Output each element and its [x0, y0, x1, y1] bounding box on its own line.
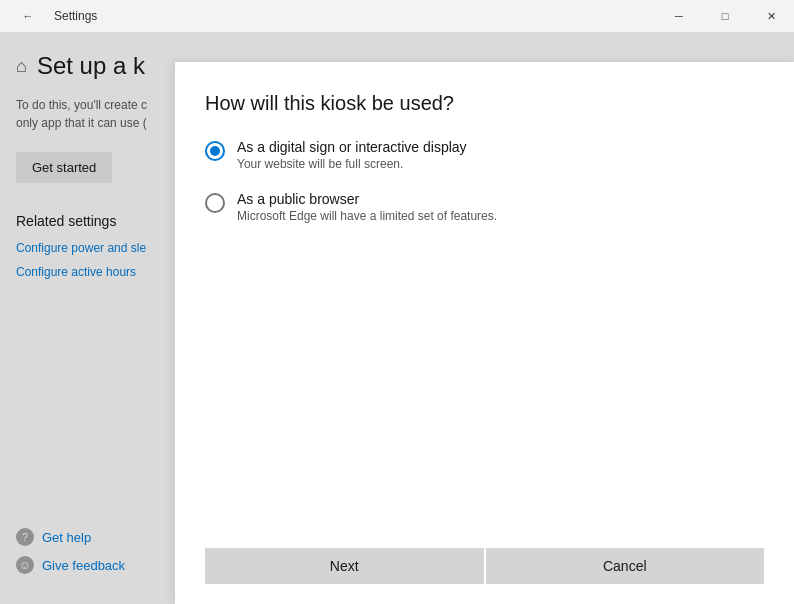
footer-spacer	[205, 584, 764, 604]
public-browser-text: As a public browser Microsoft Edge will …	[237, 191, 497, 223]
digital-sign-desc: Your website will be full screen.	[237, 157, 467, 171]
back-button[interactable]: ←	[12, 0, 44, 32]
cancel-button[interactable]: Cancel	[486, 548, 765, 584]
public-browser-desc: Microsoft Edge will have a limited set o…	[237, 209, 497, 223]
digital-sign-option[interactable]: As a digital sign or interactive display…	[205, 139, 764, 171]
kiosk-dialog: How will this kiosk be used? As a digita…	[175, 62, 794, 604]
window-controls: ─ □ ✕	[656, 0, 794, 32]
dialog-title: How will this kiosk be used?	[205, 92, 764, 115]
public-browser-radio[interactable]	[205, 193, 225, 213]
title-bar-left: ← Settings	[12, 0, 97, 32]
dialog-footer: Next Cancel	[205, 548, 764, 584]
minimize-button[interactable]: ─	[656, 0, 702, 32]
maximize-button[interactable]: □	[702, 0, 748, 32]
back-icon: ←	[23, 10, 34, 22]
title-bar: ← Settings ─ □ ✕	[0, 0, 794, 32]
app-title: Settings	[54, 9, 97, 23]
maximize-icon: □	[722, 10, 729, 22]
digital-sign-label: As a digital sign or interactive display	[237, 139, 467, 155]
content-area: ⌂ Set up a k To do this, you'll create c…	[0, 32, 794, 604]
kiosk-options: As a digital sign or interactive display…	[205, 139, 764, 518]
digital-sign-text: As a digital sign or interactive display…	[237, 139, 467, 171]
next-button[interactable]: Next	[205, 548, 484, 584]
close-icon: ✕	[767, 10, 776, 23]
public-browser-label: As a public browser	[237, 191, 497, 207]
public-browser-option[interactable]: As a public browser Microsoft Edge will …	[205, 191, 764, 223]
close-button[interactable]: ✕	[748, 0, 794, 32]
digital-sign-radio[interactable]	[205, 141, 225, 161]
minimize-icon: ─	[675, 10, 683, 22]
